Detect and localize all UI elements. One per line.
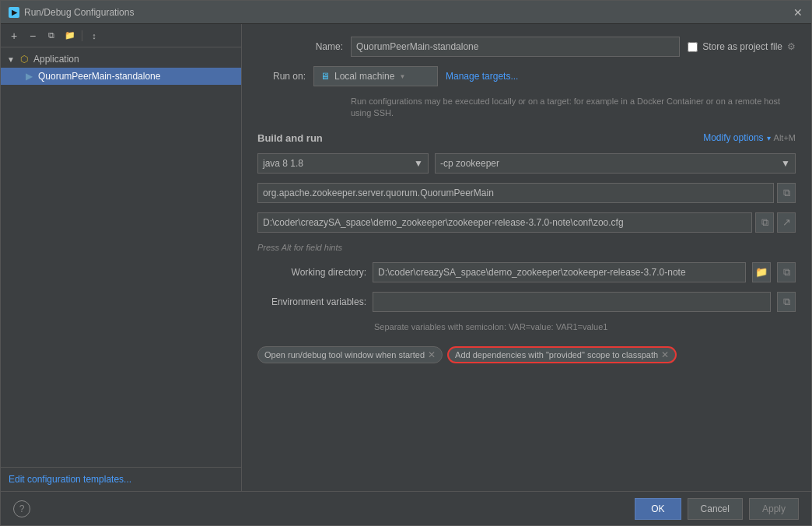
sort-button[interactable]: ↕ xyxy=(86,27,103,44)
tag-open-window-close-icon[interactable]: ✕ xyxy=(428,349,436,360)
java-version-label: java 8 1.8 xyxy=(263,158,303,169)
modify-shortcut-label: Alt+M xyxy=(774,133,796,142)
working-dir-label: Working directory: xyxy=(257,267,366,278)
main-class-row: ⧉ xyxy=(257,183,796,203)
env-vars-row: Environment variables: ⧉ xyxy=(257,292,796,312)
build-run-header: Build and run Modify options ▾ Alt+M xyxy=(257,132,796,144)
tag-add-dependencies-close-icon[interactable]: ✕ xyxy=(661,349,669,360)
toolbar: + − ⧉ 📁 ↕ xyxy=(1,24,241,47)
env-vars-input[interactable] xyxy=(373,292,771,312)
working-dir-input[interactable] xyxy=(373,262,746,282)
env-vars-hint: Separate variables with semicolon: VAR=v… xyxy=(374,321,796,332)
toolbar-divider xyxy=(82,30,82,41)
run-on-label: Run on: xyxy=(257,71,306,82)
help-button[interactable]: ? xyxy=(13,500,30,517)
cancel-button[interactable]: Cancel xyxy=(688,498,743,520)
modify-options-chevron-icon: ▾ xyxy=(767,134,771,142)
env-vars-label: Environment variables: xyxy=(257,296,366,307)
app-icon: ▶ xyxy=(9,7,19,18)
working-dir-copy-icon[interactable]: ⧉ xyxy=(777,262,796,282)
application-folder-icon: ⬡ xyxy=(18,53,30,65)
local-machine-label: Local machine xyxy=(334,71,394,82)
program-args-expand-icon[interactable]: ⧉ xyxy=(755,212,774,233)
add-config-button[interactable]: + xyxy=(5,27,23,44)
footer: ? OK Cancel Apply xyxy=(1,491,811,525)
content-area: + − ⧉ 📁 ↕ ▼ xyxy=(1,24,811,491)
env-vars-edit-icon[interactable]: ⧉ xyxy=(777,292,796,312)
edit-templates-area: Edit configuration templates... xyxy=(1,467,241,491)
manage-targets-link[interactable]: Manage targets... xyxy=(446,71,518,82)
main-class-input[interactable] xyxy=(257,183,774,203)
move-config-button[interactable]: 📁 xyxy=(61,27,79,44)
classpath-label: -cp zookeeper xyxy=(440,158,499,169)
copy-config-button[interactable]: ⧉ xyxy=(43,27,60,44)
store-checkbox-area: Store as project file ⚙ xyxy=(688,41,796,52)
application-group-label: Application xyxy=(33,54,79,65)
tag-add-dependencies-label: Add dependencies with "provided" scope t… xyxy=(455,350,658,359)
program-args-input[interactable] xyxy=(257,212,752,233)
tag-open-window-label: Open run/debug tool window when started xyxy=(264,350,425,359)
apply-button[interactable]: Apply xyxy=(749,498,799,520)
working-dir-browse-icon[interactable]: 📁 xyxy=(752,262,771,282)
ok-button[interactable]: OK xyxy=(635,498,681,520)
modify-options-button[interactable]: Modify options ▾ Alt+M xyxy=(703,132,796,143)
right-panel: Name: Store as project file ⚙ Run on: 🖥 … xyxy=(242,24,811,491)
store-gear-icon[interactable]: ⚙ xyxy=(787,41,796,52)
working-dir-row: Working directory: 📁 ⧉ xyxy=(257,262,796,282)
footer-left: ? xyxy=(13,500,30,517)
run-debug-dialog: ▶ Run/Debug Configurations ✕ + − ⧉ 📁 xyxy=(0,0,812,526)
dialog-title: Run/Debug Configurations xyxy=(24,7,793,18)
program-args-external-icon[interactable]: ↗ xyxy=(777,212,796,233)
modify-options-label: Modify options xyxy=(703,132,763,143)
config-item-label: QuorumPeerMain-standalone xyxy=(38,71,160,82)
config-icon: ▶ xyxy=(23,70,35,82)
config-tree: ▼ ⬡ Application ▶ QuorumPeerMain-standal… xyxy=(1,47,241,467)
field-hint: Press Alt for field hints xyxy=(257,242,796,253)
store-checkbox[interactable] xyxy=(688,42,698,52)
program-args-row: ⧉ ↗ xyxy=(257,212,796,233)
tree-application-group[interactable]: ▼ ⬡ Application xyxy=(1,51,241,68)
name-label: Name: xyxy=(257,41,343,52)
footer-buttons: OK Cancel Apply xyxy=(635,498,799,520)
expand-icon: ▼ xyxy=(7,55,16,64)
local-machine-icon: 🖥 xyxy=(320,71,330,82)
run-on-hint: Run configurations may be executed local… xyxy=(351,96,796,120)
title-bar: ▶ Run/Debug Configurations ✕ xyxy=(1,1,811,24)
tag-open-window: Open run/debug tool window when started … xyxy=(257,346,443,363)
name-input[interactable] xyxy=(351,37,680,57)
store-label: Store as project file xyxy=(702,41,782,52)
java-dropdown-arrow-icon: ▼ xyxy=(414,158,423,169)
tags-area: Open run/debug tool window when started … xyxy=(257,342,796,368)
left-panel: + − ⧉ 📁 ↕ ▼ xyxy=(1,24,242,491)
remove-config-button[interactable]: − xyxy=(24,27,41,44)
classpath-dropdown-arrow-icon: ▼ xyxy=(781,158,790,169)
close-button[interactable]: ✕ xyxy=(793,7,803,18)
tag-add-dependencies: Add dependencies with "provided" scope t… xyxy=(447,346,677,363)
classpath-dropdown[interactable]: -cp zookeeper ▼ xyxy=(435,153,796,174)
edit-templates-link[interactable]: Edit configuration templates... xyxy=(9,474,131,485)
java-classpath-row: java 8 1.8 ▼ -cp zookeeper ▼ xyxy=(257,153,796,174)
run-on-row: Run on: 🖥 Local machine ▼ Manage targets… xyxy=(257,66,796,86)
name-row: Name: Store as project file ⚙ xyxy=(257,37,796,57)
main-class-copy-icon[interactable]: ⧉ xyxy=(777,183,796,203)
java-version-dropdown[interactable]: java 8 1.8 ▼ xyxy=(257,153,429,174)
tree-config-item[interactable]: ▶ QuorumPeerMain-standalone xyxy=(1,68,241,85)
dropdown-arrow-icon: ▼ xyxy=(399,73,405,80)
build-run-title: Build and run xyxy=(257,132,323,144)
run-on-dropdown[interactable]: 🖥 Local machine ▼ xyxy=(313,66,438,86)
